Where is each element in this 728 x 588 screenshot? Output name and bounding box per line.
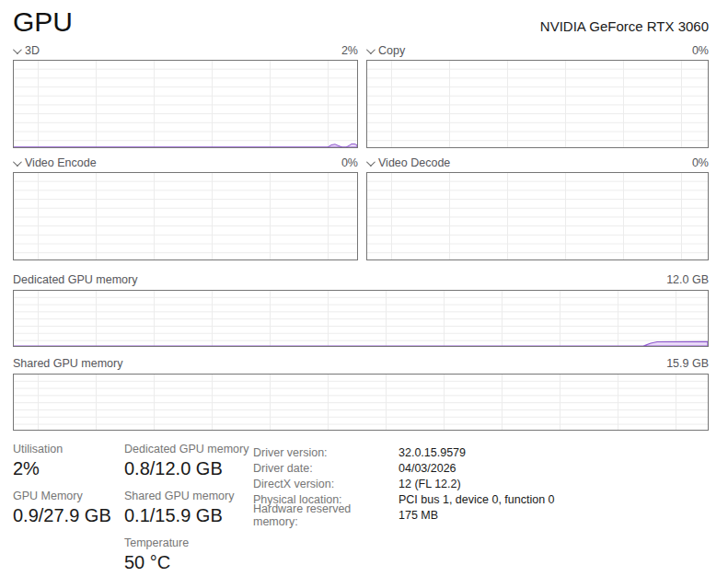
detail-driver-version-value: 32.0.15.9579 (399, 446, 466, 459)
detail-driver-version: Driver version: 32.0.15.9579 (253, 444, 709, 460)
stat-dedicated-memory: Dedicated GPU memory 0.8/12.0 GB (124, 443, 253, 479)
chart-video-encode-label: Video Encode (25, 156, 97, 169)
detail-directx-version-value: 12 (FL 12.2) (399, 478, 461, 490)
detail-hardware-reserved-memory: Hardware reserved memory: 175 MB (253, 508, 709, 524)
stat-utilisation: Utilisation 2% (13, 443, 124, 479)
shared-memory-max: 15.9 GB (666, 357, 709, 370)
stat-dedicated-memory-value: 0.8/12.0 GB (124, 458, 253, 479)
chevron-down-icon[interactable] (13, 45, 22, 54)
chart-video-encode-header: Video Encode 0% (13, 156, 358, 169)
detail-directx-version: DirectX version: 12 (FL 12.2) (253, 476, 709, 491)
chart-3d-percent: 2% (341, 44, 358, 57)
chevron-down-icon[interactable] (366, 157, 376, 167)
chart-3d-label: 3D (25, 44, 40, 57)
dedicated-memory-section: Dedicated GPU memory 12.0 GB (13, 272, 709, 347)
detail-driver-date-label: Driver date: (253, 462, 399, 475)
detail-hardware-reserved-memory-value: 175 MB (399, 509, 438, 522)
dedicated-memory-header: Dedicated GPU memory 12.0 GB (13, 272, 709, 286)
gpu-device-name: NVIDIA GeForce RTX 3060 (540, 18, 709, 39)
detail-hardware-reserved-memory-label: Hardware reserved memory: (253, 502, 399, 528)
dedicated-memory-label: Dedicated GPU memory (13, 273, 137, 286)
stat-utilisation-label: Utilisation (13, 443, 124, 455)
chart-copy-section: Copy 0% (366, 44, 709, 148)
chart-video-decode-canvas[interactable] (366, 172, 709, 260)
stat-temperature: Temperature 50 °C (124, 536, 253, 573)
engine-charts-row-1: 3D 2% Copy 0% (13, 44, 709, 148)
chart-video-encode-canvas[interactable] (13, 172, 358, 260)
stat-gpu-memory-label: GPU Memory (13, 490, 124, 502)
stats-column-2: Dedicated GPU memory 0.8/12.0 GB Shared … (124, 443, 253, 583)
dedicated-memory-max: 12.0 GB (666, 273, 709, 286)
chart-copy-canvas[interactable] (366, 60, 709, 148)
stat-shared-memory-value: 0.1/15.9 GB (124, 505, 253, 526)
stat-shared-memory: Shared GPU memory 0.1/15.9 GB (124, 490, 253, 526)
chart-video-decode-section: Video Decode 0% (366, 156, 709, 260)
chart-3d-header: 3D 2% (13, 44, 358, 57)
detail-physical-location-value: PCI bus 1, device 0, function 0 (399, 493, 555, 506)
dedicated-memory-canvas[interactable] (13, 290, 709, 347)
chart-copy-label: Copy (378, 44, 405, 57)
shared-memory-label: Shared GPU memory (13, 357, 122, 370)
detail-driver-version-label: Driver version: (253, 446, 399, 459)
detail-directx-version-label: DirectX version: (253, 478, 399, 490)
chart-3d-canvas[interactable] (13, 60, 358, 148)
chart-video-encode-section: Video Encode 0% (13, 156, 358, 260)
chart-copy-percent: 0% (692, 44, 709, 57)
stat-temperature-label: Temperature (124, 536, 253, 549)
shared-memory-header: Shared GPU memory 15.9 GB (13, 356, 709, 370)
chart-video-decode-percent: 0% (692, 156, 709, 169)
stat-shared-memory-label: Shared GPU memory (124, 490, 253, 502)
stat-gpu-memory-value: 0.9/27.9 GB (13, 505, 124, 526)
shared-memory-section: Shared GPU memory 15.9 GB (13, 356, 709, 431)
chart-video-decode-header: Video Decode 0% (366, 156, 709, 169)
stat-utilisation-value: 2% (13, 458, 124, 479)
stat-gpu-memory: GPU Memory 0.9/27.9 GB (13, 490, 124, 526)
chevron-down-icon[interactable] (13, 157, 22, 167)
gpu-performance-page: GPU NVIDIA GeForce RTX 3060 3D 2% (0, 0, 728, 588)
page-header: GPU NVIDIA GeForce RTX 3060 (13, 6, 709, 39)
stats-column-1: Utilisation 2% GPU Memory 0.9/27.9 GB (13, 443, 124, 583)
detail-driver-date: Driver date: 04/03/2026 (253, 460, 709, 476)
page-title: GPU (13, 6, 73, 39)
chart-copy-header: Copy 0% (366, 44, 709, 57)
dedicated-memory-usage-line (14, 291, 708, 346)
stats-panel: Utilisation 2% GPU Memory 0.9/27.9 GB De… (13, 443, 709, 583)
shared-memory-canvas[interactable] (13, 374, 709, 431)
chevron-down-icon[interactable] (366, 45, 376, 54)
chart-video-encode-percent: 0% (341, 156, 358, 169)
driver-details: Driver version: 32.0.15.9579 Driver date… (253, 443, 709, 583)
stat-dedicated-memory-label: Dedicated GPU memory (124, 443, 253, 455)
detail-driver-date-value: 04/03/2026 (399, 462, 456, 475)
chart-video-decode-label: Video Decode (378, 156, 450, 169)
stat-temperature-value: 50 °C (124, 552, 253, 573)
engine-charts-row-2: Video Encode 0% Video Decode 0% (13, 156, 709, 260)
chart-3d-usage-line (14, 61, 357, 147)
chart-3d-section: 3D 2% (13, 44, 358, 148)
